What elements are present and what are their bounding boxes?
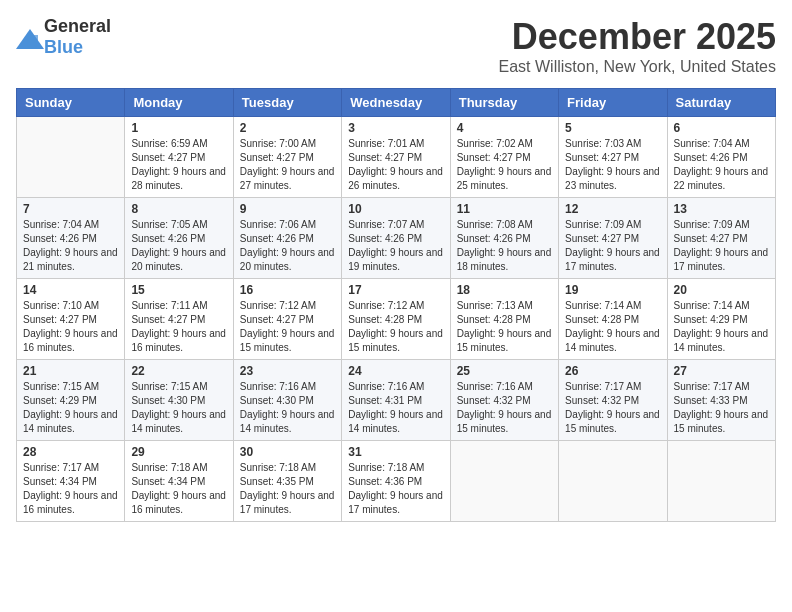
day-number: 23 [240,364,335,378]
week-row-2: 7Sunrise: 7:04 AMSunset: 4:26 PMDaylight… [17,198,776,279]
cell-w4-d5: 26Sunrise: 7:17 AMSunset: 4:32 PMDayligh… [559,360,667,441]
logo-general: General [44,16,111,36]
day-number: 2 [240,121,335,135]
week-row-4: 21Sunrise: 7:15 AMSunset: 4:29 PMDayligh… [17,360,776,441]
day-info: Sunrise: 7:17 AMSunset: 4:34 PMDaylight:… [23,461,118,517]
day-info: Sunrise: 7:15 AMSunset: 4:29 PMDaylight:… [23,380,118,436]
day-number: 28 [23,445,118,459]
day-number: 16 [240,283,335,297]
weekday-friday: Friday [559,89,667,117]
day-info: Sunrise: 7:16 AMSunset: 4:30 PMDaylight:… [240,380,335,436]
day-info: Sunrise: 7:12 AMSunset: 4:28 PMDaylight:… [348,299,443,355]
day-number: 20 [674,283,769,297]
day-info: Sunrise: 7:03 AMSunset: 4:27 PMDaylight:… [565,137,660,193]
week-row-3: 14Sunrise: 7:10 AMSunset: 4:27 PMDayligh… [17,279,776,360]
day-number: 5 [565,121,660,135]
cell-w1-d6: 6Sunrise: 7:04 AMSunset: 4:26 PMDaylight… [667,117,775,198]
day-info: Sunrise: 7:17 AMSunset: 4:32 PMDaylight:… [565,380,660,436]
cell-w3-d4: 18Sunrise: 7:13 AMSunset: 4:28 PMDayligh… [450,279,558,360]
cell-w4-d6: 27Sunrise: 7:17 AMSunset: 4:33 PMDayligh… [667,360,775,441]
cell-w1-d1: 1Sunrise: 6:59 AMSunset: 4:27 PMDaylight… [125,117,233,198]
cell-w1-d4: 4Sunrise: 7:02 AMSunset: 4:27 PMDaylight… [450,117,558,198]
cell-w3-d1: 15Sunrise: 7:11 AMSunset: 4:27 PMDayligh… [125,279,233,360]
cell-w3-d2: 16Sunrise: 7:12 AMSunset: 4:27 PMDayligh… [233,279,341,360]
main-title: December 2025 [499,16,776,58]
day-info: Sunrise: 7:12 AMSunset: 4:27 PMDaylight:… [240,299,335,355]
day-number: 30 [240,445,335,459]
day-info: Sunrise: 7:08 AMSunset: 4:26 PMDaylight:… [457,218,552,274]
day-number: 27 [674,364,769,378]
day-number: 19 [565,283,660,297]
cell-w5-d2: 30Sunrise: 7:18 AMSunset: 4:35 PMDayligh… [233,441,341,522]
cell-w3-d0: 14Sunrise: 7:10 AMSunset: 4:27 PMDayligh… [17,279,125,360]
day-number: 24 [348,364,443,378]
cell-w5-d6 [667,441,775,522]
cell-w2-d3: 10Sunrise: 7:07 AMSunset: 4:26 PMDayligh… [342,198,450,279]
calendar-header: SundayMondayTuesdayWednesdayThursdayFrid… [17,89,776,117]
day-info: Sunrise: 7:17 AMSunset: 4:33 PMDaylight:… [674,380,769,436]
day-number: 11 [457,202,552,216]
day-number: 12 [565,202,660,216]
day-info: Sunrise: 7:07 AMSunset: 4:26 PMDaylight:… [348,218,443,274]
weekday-thursday: Thursday [450,89,558,117]
cell-w5-d3: 31Sunrise: 7:18 AMSunset: 4:36 PMDayligh… [342,441,450,522]
day-number: 3 [348,121,443,135]
cell-w4-d1: 22Sunrise: 7:15 AMSunset: 4:30 PMDayligh… [125,360,233,441]
cell-w1-d2: 2Sunrise: 7:00 AMSunset: 4:27 PMDaylight… [233,117,341,198]
logo-blue: Blue [44,37,83,57]
day-info: Sunrise: 6:59 AMSunset: 4:27 PMDaylight:… [131,137,226,193]
day-info: Sunrise: 7:18 AMSunset: 4:34 PMDaylight:… [131,461,226,517]
day-number: 15 [131,283,226,297]
cell-w3-d6: 20Sunrise: 7:14 AMSunset: 4:29 PMDayligh… [667,279,775,360]
day-info: Sunrise: 7:10 AMSunset: 4:27 PMDaylight:… [23,299,118,355]
day-number: 22 [131,364,226,378]
cell-w3-d3: 17Sunrise: 7:12 AMSunset: 4:28 PMDayligh… [342,279,450,360]
day-info: Sunrise: 7:16 AMSunset: 4:31 PMDaylight:… [348,380,443,436]
day-number: 14 [23,283,118,297]
calendar: SundayMondayTuesdayWednesdayThursdayFrid… [16,88,776,522]
weekday-sunday: Sunday [17,89,125,117]
cell-w5-d1: 29Sunrise: 7:18 AMSunset: 4:34 PMDayligh… [125,441,233,522]
weekday-header-row: SundayMondayTuesdayWednesdayThursdayFrid… [17,89,776,117]
day-number: 25 [457,364,552,378]
day-info: Sunrise: 7:01 AMSunset: 4:27 PMDaylight:… [348,137,443,193]
logo: General Blue [16,16,111,58]
cell-w4-d0: 21Sunrise: 7:15 AMSunset: 4:29 PMDayligh… [17,360,125,441]
cell-w2-d6: 13Sunrise: 7:09 AMSunset: 4:27 PMDayligh… [667,198,775,279]
day-info: Sunrise: 7:16 AMSunset: 4:32 PMDaylight:… [457,380,552,436]
header: General Blue December 2025 East Willisto… [16,16,776,76]
week-row-1: 1Sunrise: 6:59 AMSunset: 4:27 PMDaylight… [17,117,776,198]
calendar-body: 1Sunrise: 6:59 AMSunset: 4:27 PMDaylight… [17,117,776,522]
cell-w1-d0 [17,117,125,198]
day-info: Sunrise: 7:18 AMSunset: 4:36 PMDaylight:… [348,461,443,517]
cell-w5-d4 [450,441,558,522]
day-info: Sunrise: 7:06 AMSunset: 4:26 PMDaylight:… [240,218,335,274]
day-info: Sunrise: 7:18 AMSunset: 4:35 PMDaylight:… [240,461,335,517]
day-number: 18 [457,283,552,297]
day-number: 8 [131,202,226,216]
day-number: 1 [131,121,226,135]
day-info: Sunrise: 7:13 AMSunset: 4:28 PMDaylight:… [457,299,552,355]
day-number: 17 [348,283,443,297]
day-info: Sunrise: 7:09 AMSunset: 4:27 PMDaylight:… [565,218,660,274]
weekday-saturday: Saturday [667,89,775,117]
day-info: Sunrise: 7:00 AMSunset: 4:27 PMDaylight:… [240,137,335,193]
week-row-5: 28Sunrise: 7:17 AMSunset: 4:34 PMDayligh… [17,441,776,522]
svg-marker-1 [26,35,38,49]
cell-w3-d5: 19Sunrise: 7:14 AMSunset: 4:28 PMDayligh… [559,279,667,360]
day-info: Sunrise: 7:11 AMSunset: 4:27 PMDaylight:… [131,299,226,355]
cell-w2-d4: 11Sunrise: 7:08 AMSunset: 4:26 PMDayligh… [450,198,558,279]
day-number: 29 [131,445,226,459]
subtitle: East Williston, New York, United States [499,58,776,76]
logo-text: General Blue [44,16,111,58]
cell-w4-d4: 25Sunrise: 7:16 AMSunset: 4:32 PMDayligh… [450,360,558,441]
day-number: 31 [348,445,443,459]
cell-w4-d2: 23Sunrise: 7:16 AMSunset: 4:30 PMDayligh… [233,360,341,441]
day-number: 9 [240,202,335,216]
cell-w4-d3: 24Sunrise: 7:16 AMSunset: 4:31 PMDayligh… [342,360,450,441]
day-number: 7 [23,202,118,216]
day-info: Sunrise: 7:04 AMSunset: 4:26 PMDaylight:… [674,137,769,193]
cell-w2-d1: 8Sunrise: 7:05 AMSunset: 4:26 PMDaylight… [125,198,233,279]
cell-w2-d5: 12Sunrise: 7:09 AMSunset: 4:27 PMDayligh… [559,198,667,279]
cell-w5-d0: 28Sunrise: 7:17 AMSunset: 4:34 PMDayligh… [17,441,125,522]
